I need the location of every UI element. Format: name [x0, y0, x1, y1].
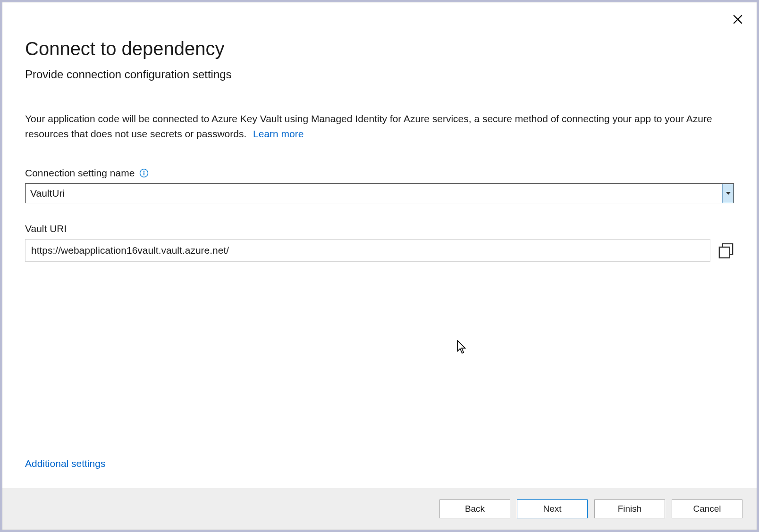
connection-name-combobox[interactable] — [25, 183, 734, 203]
close-icon — [733, 15, 742, 24]
vault-uri-input[interactable] — [25, 239, 710, 262]
vault-uri-row — [25, 239, 734, 262]
vault-uri-label-row: Vault URI — [25, 223, 734, 234]
connection-name-label: Connection setting name — [25, 167, 135, 179]
connection-name-group: Connection setting name — [25, 167, 734, 203]
dialog-footer: Back Next Finish Cancel — [2, 488, 757, 530]
svg-marker-5 — [726, 192, 731, 195]
additional-settings-link[interactable]: Additional settings — [25, 458, 734, 469]
copy-button[interactable] — [718, 242, 734, 258]
connection-name-label-row: Connection setting name — [25, 167, 734, 179]
info-icon[interactable] — [139, 168, 149, 178]
vault-uri-group: Vault URI — [25, 223, 734, 262]
back-button[interactable]: Back — [439, 499, 510, 518]
finish-button[interactable]: Finish — [594, 499, 665, 518]
vault-uri-label: Vault URI — [25, 223, 67, 234]
description-text: Your application code will be connected … — [25, 111, 734, 141]
svg-point-3 — [143, 171, 145, 172]
dialog-title: Connect to dependency — [25, 38, 734, 59]
dialog-content: Connect to dependency Provide connection… — [2, 2, 757, 488]
chevron-down-icon — [726, 192, 731, 195]
close-button[interactable] — [732, 14, 743, 25]
svg-rect-7 — [719, 247, 729, 258]
dialog-subtitle: Provide connection configuration setting… — [25, 68, 734, 81]
learn-more-link[interactable]: Learn more — [253, 128, 304, 139]
connection-name-dropdown[interactable] — [722, 184, 734, 203]
connection-name-input[interactable] — [25, 184, 722, 203]
spacer — [25, 282, 734, 458]
cancel-button[interactable]: Cancel — [672, 499, 742, 518]
copy-icon — [718, 242, 734, 258]
svg-rect-4 — [143, 173, 144, 175]
connect-dependency-dialog: Connect to dependency Provide connection… — [2, 2, 757, 530]
description-body: Your application code will be connected … — [25, 113, 712, 139]
next-button[interactable]: Next — [517, 499, 588, 518]
